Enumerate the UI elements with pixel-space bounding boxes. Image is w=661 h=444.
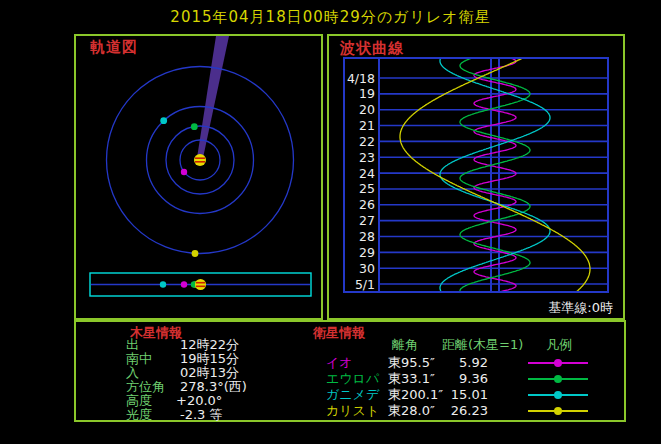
info-value: 12時22分 — [180, 338, 239, 352]
orbit-diagram — [76, 36, 321, 318]
orbit-panel-title: 軌道図 — [90, 38, 138, 57]
satellite-distance: 9.36 — [428, 372, 488, 386]
satellite-distance: 5.92 — [428, 356, 488, 370]
date-tick-label: 5/1 — [355, 277, 375, 292]
satellite-distance: 15.01 — [428, 388, 488, 402]
moon-io-dot — [181, 169, 187, 175]
date-tick-label: 20 — [359, 102, 375, 117]
info-value: +20.0° — [176, 394, 222, 408]
date-tick-label: 23 — [359, 150, 375, 165]
legend-dot — [554, 375, 562, 383]
legend-swatch — [528, 356, 588, 370]
info-value: -2.3 等 — [180, 408, 223, 422]
wave-panel-title: 波状曲線 — [340, 39, 404, 58]
moon-ganymede-dot — [160, 117, 167, 124]
orbit-panel: 軌道図 — [74, 34, 323, 320]
info-label: 南中 — [126, 352, 152, 366]
info-value: 278.3°(西) — [180, 380, 247, 394]
baseline-note: 基準線:0時 — [548, 299, 613, 317]
date-tick-label: 4/18 — [347, 71, 375, 86]
info-label: 方位角 — [126, 380, 165, 394]
date-tick-label: 19 — [359, 86, 375, 101]
satellite-info-title: 衛星情報 — [313, 326, 365, 340]
column-header-legend: 凡例 — [546, 338, 572, 352]
info-value: 02時13分 — [180, 366, 239, 380]
page-title: 2015年04月18日00時29分のガリレオ衛星 — [0, 8, 661, 27]
date-tick-label: 28 — [359, 229, 375, 244]
satellite-name: ガニメデ — [326, 388, 379, 402]
date-tick-label: 29 — [359, 245, 375, 260]
date-tick-label: 26 — [359, 197, 375, 212]
column-header-elongation: 離角 — [392, 338, 418, 352]
legend-dot — [554, 391, 562, 399]
legend-swatch — [528, 372, 588, 386]
date-tick-label: 27 — [359, 213, 375, 228]
satellite-name: カリスト — [326, 404, 379, 418]
moon-callisto-dot — [192, 250, 199, 257]
strip-moon-io-dot — [181, 281, 187, 287]
wave-chart: 4/181920212223242526272829305/1 — [329, 36, 623, 318]
info-value: 19時15分 — [180, 352, 239, 366]
info-label: 光度 — [126, 408, 152, 422]
column-header-distance: 距離(木星=1) — [442, 338, 523, 352]
satellite-name: エウロパ — [326, 372, 379, 386]
wave-panel: 4/181920212223242526272829305/1 波状曲線 基準線… — [327, 34, 625, 320]
strip-moon-ganymede-dot — [160, 281, 166, 287]
jupiter-symbol — [195, 279, 206, 290]
legend-swatch — [528, 404, 588, 418]
date-tick-label: 25 — [359, 181, 375, 196]
date-tick-label: 24 — [359, 166, 375, 181]
info-label: 出 — [126, 338, 139, 352]
jupiter-symbol — [194, 154, 206, 166]
date-tick-label: 30 — [359, 261, 375, 276]
info-label: 高度 — [126, 394, 152, 408]
info-label: 入 — [126, 366, 139, 380]
date-tick-label: 21 — [359, 118, 375, 133]
legend-swatch — [528, 388, 588, 402]
info-panel: 木星情報 出 12時22分 南中 19時15分 入 02時13分 方位角 278… — [74, 320, 626, 422]
legend-dot — [554, 407, 562, 415]
moon-europa-dot — [191, 123, 198, 130]
app-window: { "title": "2015年04月18日00時29分のガリレオ衛星", "… — [0, 0, 661, 444]
satellite-distance: 26.23 — [428, 404, 488, 418]
legend-dot — [554, 359, 562, 367]
date-tick-label: 22 — [359, 134, 375, 149]
satellite-name: イオ — [326, 356, 353, 370]
